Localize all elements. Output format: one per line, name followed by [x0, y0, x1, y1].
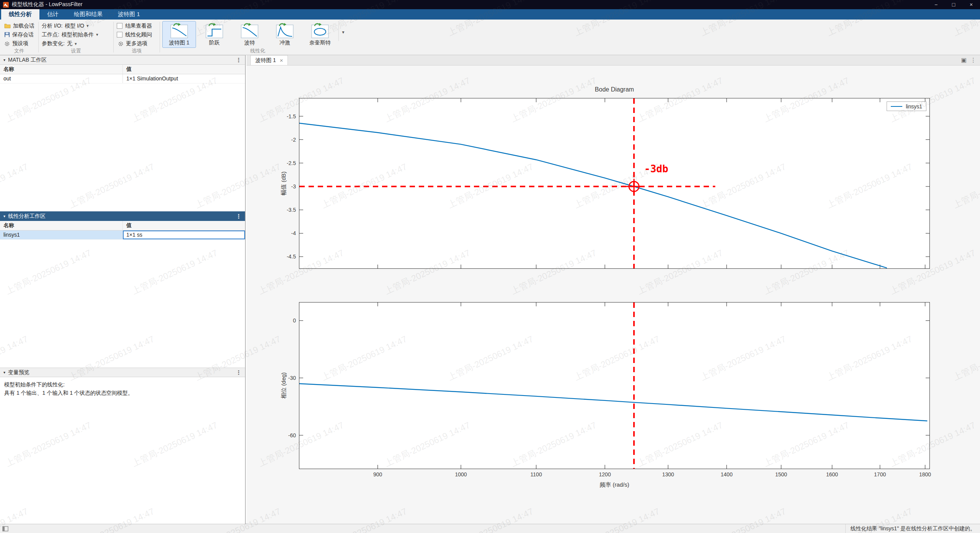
variable-preview-header[interactable]: ▾ 变量预览 ⋮ — [0, 368, 245, 377]
table-row-selected[interactable]: linsys1 1×1 ss — [0, 231, 245, 240]
load-session-button[interactable]: 加载会话 — [3, 22, 35, 30]
plot-figure: Bode Diagram linsys1 幅值 (dB) 相位 (deg) 频率… — [247, 65, 980, 524]
variable-value-cell: 1×1 SimulationOutput — [123, 74, 245, 83]
ribbon-toolbar: 加载会话 保存会话 预设项 文件 分析 I/O: 模型 I/O ▾ 工作点: 模… — [0, 20, 980, 55]
status-message: 线性化结果 "linsys1" 是在线性分析工作区中创建的。 — [845, 524, 980, 533]
panel-menu-icon[interactable]: ⋮ — [236, 369, 242, 376]
close-button[interactable]: × — [962, 0, 980, 9]
file-group: 加载会话 保存会话 预设项 文件 — [0, 20, 38, 55]
workspace-table-header: 名称 值 — [0, 65, 245, 74]
matlab-workspace-header[interactable]: ▾ MATLAB 工作区 ⋮ — [0, 55, 245, 65]
step-button[interactable]: 阶跃 — [198, 21, 231, 48]
variable-name-cell: out — [0, 74, 123, 83]
variable-value-cell[interactable]: 1×1 ss — [123, 231, 245, 239]
settings-group-label: 设置 — [39, 47, 113, 54]
x-tick-label: 1300 — [662, 471, 674, 477]
tab-estimation[interactable]: 估计 — [39, 9, 66, 20]
phase-axes[interactable] — [299, 302, 930, 469]
load-session-label: 加载会话 — [13, 23, 34, 29]
presets-label: 预设项 — [12, 40, 28, 47]
chevron-down-icon: ▾ — [96, 32, 98, 37]
linearize-more-button[interactable]: ▾ — [338, 23, 348, 41]
ribbon-tabstrip: 线性分析 估计 绘图和结果 波特图 1 — [0, 9, 980, 20]
parameter-variation-field[interactable]: 参数变化: 无 ▾ — [42, 40, 110, 48]
linear-analysis-workspace-header[interactable]: ▾ 线性分析工作区 ⋮ — [0, 211, 245, 221]
analysis-io-field[interactable]: 分析 I/O: 模型 I/O ▾ — [42, 22, 110, 30]
checkbox-icon[interactable] — [117, 23, 122, 29]
title-bar: 模型线性化器 - LowPassFilter − □ × — [0, 0, 980, 9]
legend-entry: linsys1 — [906, 103, 922, 110]
document-tab-label: 波特图 1 — [255, 57, 276, 64]
bode-plot-1-button[interactable]: 波特图 1 — [162, 21, 196, 48]
settings-group: 分析 I/O: 模型 I/O ▾ 工作点: 模型初始条件 ▾ 参数变化: 无 ▾… — [39, 20, 113, 55]
linearization-advisor-checkbox-row[interactable]: 线性化顾问 — [117, 31, 157, 39]
y-tick-label: -4.5 — [287, 253, 296, 260]
parameter-variation-value: 无 — [67, 40, 72, 47]
table-row[interactable]: out 1×1 SimulationOutput — [0, 74, 245, 83]
y-tick-label: -1.5 — [287, 113, 296, 119]
column-header-value[interactable]: 值 — [123, 65, 245, 74]
checkbox-icon[interactable] — [117, 32, 122, 38]
impulse-button[interactable]: 冲激 — [268, 21, 302, 48]
document-tab-bode-plot-1[interactable]: 波特图 1 × — [250, 55, 288, 65]
panel-title: MATLAB 工作区 — [8, 57, 47, 64]
x-tick-label: 900 — [373, 471, 382, 477]
impulse-thumbnail-icon — [276, 23, 294, 39]
y-tick-label: -2 — [291, 137, 296, 143]
maximize-button[interactable]: □ — [945, 0, 962, 9]
bode-plot-thumbnail-icon — [170, 23, 188, 39]
save-session-button[interactable]: 保存会话 — [3, 31, 35, 39]
minimize-button[interactable]: − — [927, 0, 945, 9]
panel-title: 线性分析工作区 — [8, 213, 46, 220]
presets-button[interactable]: 预设项 — [3, 40, 35, 48]
linearization-advisor-label: 线性化顾问 — [125, 31, 152, 38]
overflow-menu-icon[interactable]: ⋮ — [970, 57, 976, 64]
linear-analysis-workspace-panel: ▾ 线性分析工作区 ⋮ 名称 值 linsys1 1×1 ss — [0, 211, 245, 368]
operating-point-field[interactable]: 工作点: 模型初始条件 ▾ — [42, 31, 110, 39]
linearize-group: 波特图 1 阶跃 波特 — [160, 20, 355, 55]
panel-menu-icon[interactable]: ⋮ — [236, 57, 242, 64]
result-viewer-checkbox-row[interactable]: 结果查看器 — [117, 22, 157, 30]
nyquist-button[interactable]: 奈奎斯特 — [303, 21, 337, 48]
panel-title: 变量预览 — [8, 369, 29, 376]
folder-icon — [4, 23, 11, 29]
panel-menu-icon[interactable]: ⋮ — [236, 213, 242, 220]
app-icon — [3, 2, 9, 8]
frequency-axis-label: 频率 (rad/s) — [299, 481, 930, 489]
column-header-value[interactable]: 值 — [123, 221, 245, 230]
y-tick-label: -30 — [288, 375, 296, 381]
plot-legend[interactable]: linsys1 — [887, 101, 926, 111]
tab-plots-results[interactable]: 绘图和结果 — [66, 9, 110, 20]
dock-panel-icon[interactable] — [2, 526, 8, 531]
variable-name-cell: linsys1 — [0, 231, 123, 239]
linearize-group-label: 线性化 — [160, 47, 355, 54]
x-tick-label: 1400 — [721, 471, 733, 477]
tab-linear-analysis[interactable]: 线性分析 — [1, 9, 39, 20]
y-tick-label: -3 — [291, 183, 296, 190]
collapse-icon[interactable]: ▾ — [3, 214, 5, 218]
parameter-variation-label: 参数变化: — [42, 40, 65, 47]
close-icon[interactable]: × — [280, 57, 283, 64]
result-viewer-label: 结果查看器 — [125, 23, 152, 29]
y-tick-label: -2.5 — [287, 160, 296, 166]
gear-icon — [118, 41, 124, 47]
collapse-icon[interactable]: ▾ — [3, 58, 5, 62]
column-header-name[interactable]: 名称 — [0, 221, 123, 230]
column-header-name[interactable]: 名称 — [0, 65, 123, 74]
chevron-down-icon: ▾ — [75, 41, 77, 46]
x-tick-label: 1200 — [599, 471, 611, 477]
magnitude-axes[interactable]: linsys1 — [299, 98, 930, 269]
bode-thumbnail-icon — [240, 23, 259, 39]
more-options-button[interactable]: 更多选项 — [117, 40, 157, 48]
bode-label: 波特 — [244, 39, 255, 46]
y-tick-label: -4 — [291, 230, 296, 236]
x-tick-label: 1600 — [826, 471, 838, 477]
variable-preview-body: 模型初始条件下的线性化: 具有 1 个输出、1 个输入和 1 个状态的状态空间模… — [0, 377, 245, 401]
bode-button[interactable]: 波特 — [233, 21, 266, 48]
tab-bode-plot-1[interactable]: 波特图 1 — [110, 9, 148, 20]
collapse-icon[interactable]: ▾ — [3, 370, 5, 374]
x-tick-label: 1700 — [874, 471, 886, 477]
save-icon — [4, 32, 10, 38]
save-session-label: 保存会话 — [12, 31, 34, 38]
undock-icon[interactable]: ▣ — [961, 57, 967, 64]
